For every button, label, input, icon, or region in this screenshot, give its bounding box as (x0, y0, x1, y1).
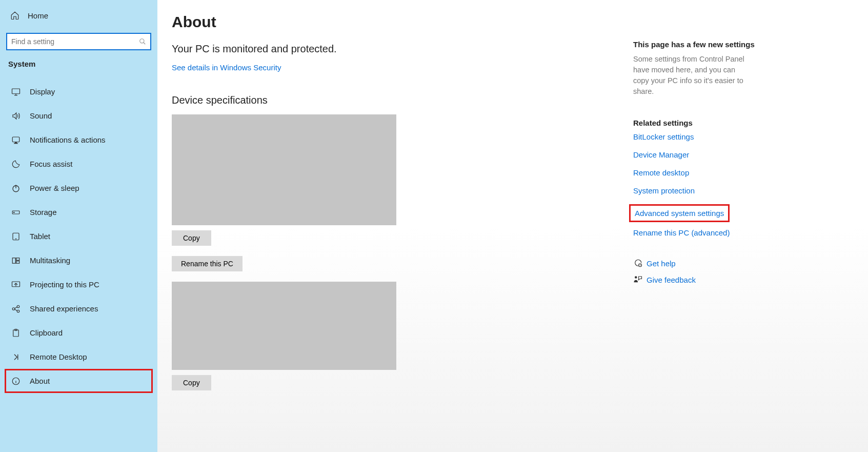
related-settings-heading: Related settings (633, 119, 818, 127)
sidebar-item-display[interactable]: Display (6, 80, 151, 104)
sidebar-home[interactable]: Home (6, 4, 151, 27)
right-column: This page has a few new settings Some se… (613, 13, 818, 452)
sidebar-item-focus[interactable]: Focus assist (6, 152, 151, 176)
sidebar-category: System (8, 60, 151, 68)
sidebar-item-label: Remote Desktop (30, 352, 87, 361)
sidebar-item-label: Notifications & actions (30, 135, 106, 144)
sidebar-item-tablet[interactable]: Tablet (6, 224, 151, 248)
related-link[interactable]: Advanced system settings (635, 209, 724, 218)
copy-windows-spec-button[interactable]: Copy (172, 375, 211, 390)
sidebar-item-label: Storage (30, 208, 57, 217)
sidebar-item-label: Projecting to this PC (30, 280, 99, 289)
project-icon (10, 280, 22, 289)
new-settings-heading: This page has a few new settings (633, 40, 818, 49)
related-link[interactable]: System protection (633, 186, 695, 195)
search-input[interactable] (11, 37, 139, 46)
home-icon (9, 11, 21, 20)
svg-rect-12 (12, 258, 15, 263)
related-links-list: BitLocker settingsDevice ManagerRemote d… (633, 132, 818, 237)
remote-icon (10, 352, 22, 362)
sidebar-item-notifications[interactable]: Notifications & actions (6, 128, 151, 152)
svg-rect-2 (12, 89, 20, 94)
sidebar-item-label: Power & sleep (30, 184, 79, 192)
status-line: Your PC is monitored and protected. (172, 43, 613, 55)
related-link-item: Advanced system settings (629, 204, 730, 222)
sidebar-nav-list: DisplaySoundNotifications & actionsFocus… (6, 80, 151, 393)
help-icon (633, 259, 647, 268)
sidebar-item-about[interactable]: About (5, 369, 153, 393)
svg-point-28 (635, 276, 637, 279)
svg-point-16 (12, 307, 15, 310)
sidebar-item-label: Multitasking (30, 256, 70, 265)
svg-point-17 (17, 305, 19, 308)
power-icon (10, 184, 22, 193)
search-box[interactable] (6, 33, 151, 50)
sidebar-item-label: About (30, 377, 50, 385)
sidebar-item-label: Tablet (30, 232, 50, 241)
sidebar-item-label: Shared experiences (30, 304, 98, 313)
sidebar-item-project[interactable]: Projecting to this PC (6, 272, 151, 297)
related-link[interactable]: Rename this PC (advanced) (633, 228, 730, 237)
related-link-item: Device Manager (633, 150, 818, 159)
storage-icon (10, 208, 22, 217)
windows-security-link[interactable]: See details in Windows Security (172, 63, 281, 72)
get-help-row[interactable]: Get help (633, 259, 818, 268)
help-list: Get help Give feedback (633, 259, 818, 284)
device-spec-block (172, 114, 396, 225)
multitask-icon (10, 256, 22, 265)
related-link[interactable]: Remote desktop (633, 168, 689, 177)
main-area: About Your PC is monitored and protected… (157, 0, 868, 452)
sidebar-item-label: Display (30, 87, 55, 96)
content-column: About Your PC is monitored and protected… (172, 13, 613, 452)
related-link-item: System protection (633, 186, 818, 195)
svg-point-18 (17, 310, 19, 312)
related-link-item: BitLocker settings (633, 132, 818, 141)
svg-rect-5 (12, 137, 19, 142)
sidebar-item-storage[interactable]: Storage (6, 200, 151, 224)
svg-line-19 (15, 307, 17, 308)
svg-rect-13 (16, 258, 19, 260)
windows-spec-block (172, 282, 396, 370)
sound-icon (10, 111, 22, 121)
sidebar-item-clipboard[interactable]: Clipboard (6, 321, 151, 345)
about-icon (10, 377, 22, 386)
page-title: About (172, 13, 613, 31)
copy-device-spec-button[interactable]: Copy (172, 230, 211, 246)
new-settings-text: Some settings from Control Panel have mo… (633, 54, 751, 97)
sidebar-item-sound[interactable]: Sound (6, 104, 151, 128)
sidebar-item-multitask[interactable]: Multitasking (6, 248, 151, 272)
sidebar-item-shared[interactable]: Shared experiences (6, 297, 151, 321)
clipboard-icon (10, 328, 22, 338)
related-link[interactable]: Device Manager (633, 150, 689, 159)
sidebar-item-label: Sound (30, 111, 52, 120)
device-spec-heading: Device specifications (172, 94, 613, 106)
related-link-item: Rename this PC (advanced) (633, 228, 818, 237)
notifications-icon (10, 135, 22, 145)
feedback-icon (633, 275, 647, 284)
focus-icon (10, 160, 22, 169)
sidebar-item-power[interactable]: Power & sleep (6, 176, 151, 200)
shared-icon (10, 304, 22, 313)
svg-rect-14 (16, 261, 19, 263)
sidebar-item-remote[interactable]: Remote Desktop (6, 345, 151, 369)
related-link-item: Remote desktop (633, 168, 818, 177)
sidebar-item-label: Focus assist (30, 160, 72, 168)
give-feedback-link[interactable]: Give feedback (647, 276, 696, 284)
svg-point-0 (140, 39, 144, 43)
give-feedback-row[interactable]: Give feedback (633, 275, 818, 284)
svg-point-9 (14, 212, 15, 213)
get-help-link[interactable]: Get help (647, 259, 676, 268)
sidebar: Home System DisplaySoundNotifications & … (0, 0, 157, 452)
sidebar-item-label: Clipboard (30, 328, 63, 337)
tablet-icon (10, 232, 22, 241)
search-icon (139, 38, 146, 45)
display-icon (10, 87, 22, 96)
svg-line-20 (15, 309, 17, 310)
svg-line-1 (144, 43, 146, 45)
sidebar-home-label: Home (28, 11, 48, 20)
rename-pc-button[interactable]: Rename this PC (172, 256, 243, 271)
related-link[interactable]: BitLocker settings (633, 132, 694, 141)
